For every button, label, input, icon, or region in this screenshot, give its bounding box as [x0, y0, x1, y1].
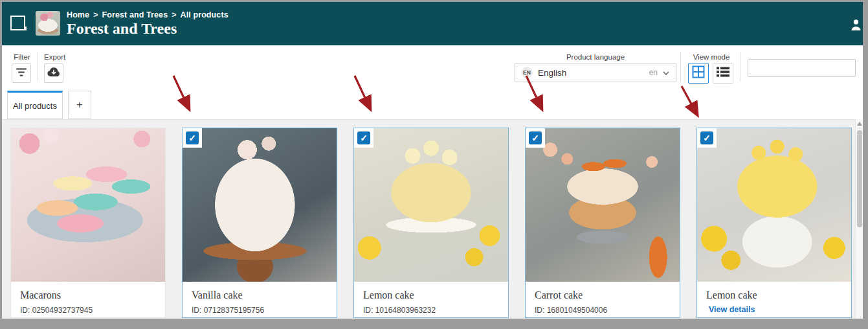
breadcrumb-separator: > — [172, 10, 176, 19]
search-input[interactable] — [748, 60, 863, 76]
checkbox-checked-icon[interactable]: ✓ — [186, 131, 199, 144]
breadcrumb-item-catalog[interactable]: Forest and Trees — [102, 10, 168, 19]
filter-button[interactable] — [12, 63, 31, 83]
chevron-down-icon — [662, 67, 670, 78]
product-image: ✓ — [697, 128, 851, 282]
view-mode-label: View mode — [688, 53, 735, 61]
cloud-download-icon — [47, 67, 61, 80]
checkbox-container[interactable]: ✓ — [697, 128, 717, 148]
view-details-link[interactable]: View details — [709, 305, 842, 314]
product-card-carrot-cake[interactable]: ✓ Carrot cake ID: 16801049504006 — [525, 128, 680, 318]
view-mode-group: View mode — [688, 53, 735, 84]
export-label: Export — [44, 53, 65, 61]
list-view-button[interactable] — [713, 63, 733, 84]
product-name: Macarons — [20, 289, 156, 301]
language-value: English — [538, 68, 649, 78]
toolbar-divider — [38, 52, 38, 82]
product-card-lemon-cake-2[interactable]: ✓ Lemon cake View details — [696, 128, 852, 318]
product-image: ✓ — [354, 128, 508, 282]
scroll-up-arrow-icon[interactable] — [857, 122, 862, 126]
breadcrumb-item-home[interactable]: Home — [67, 10, 89, 19]
breadcrumb: Home>Forest and Trees>All products — [67, 10, 228, 19]
product-image: ✓ — [526, 128, 680, 282]
list-view-icon — [717, 67, 729, 80]
toolbar: Filter Export Product language — [2, 45, 863, 91]
export-button[interactable] — [44, 63, 63, 83]
product-id: ID: 10164803963232 — [363, 306, 499, 315]
add-tab-button[interactable]: + — [68, 91, 91, 119]
product-card-vanilla-cake[interactable]: ✓ Vanilla cake ID: 07128375195756 — [182, 128, 337, 318]
vertical-scrollbar[interactable] — [855, 119, 863, 319]
checkbox-checked-icon[interactable]: ✓ — [529, 131, 542, 144]
toolbar-divider — [740, 52, 740, 82]
product-card-lemon-cake[interactable]: ✓ Lemon cake ID: 10164803963232 — [353, 128, 509, 318]
filter-group: Filter — [12, 53, 32, 83]
select-all-checkbox-icon[interactable] — [10, 16, 25, 30]
app-header: Home>Forest and Trees>All products Fores… — [2, 2, 863, 45]
product-language-label: Product language — [515, 53, 676, 61]
product-id: ID: 02504932737945 — [20, 306, 156, 315]
product-name: Carrot cake — [535, 289, 671, 301]
checkbox-container[interactable]: ✓ — [526, 128, 545, 148]
app-window: Home>Forest and Trees>All products Fores… — [2, 2, 863, 319]
checkbox-checked-icon[interactable]: ✓ — [700, 131, 713, 144]
search-box — [748, 59, 856, 77]
tab-strip: All products + — [2, 91, 863, 119]
product-id: ID: 16801049504006 — [535, 306, 671, 315]
user-icon[interactable] — [851, 19, 862, 34]
checkbox-container[interactable]: ✓ — [183, 128, 202, 148]
product-language-group: Product language EN English en — [515, 53, 676, 82]
filter-label: Filter — [12, 53, 32, 61]
language-badge: EN — [521, 67, 533, 78]
export-group: Export — [44, 53, 65, 83]
product-image — [11, 128, 165, 282]
product-name: Lemon cake — [706, 289, 842, 301]
breadcrumb-item-all-products[interactable]: All products — [181, 10, 228, 19]
checkbox-checked-icon[interactable]: ✓ — [357, 131, 370, 144]
toolbar-divider — [680, 52, 681, 82]
page-title: Forest and Trees — [67, 20, 177, 38]
language-code: en — [649, 68, 658, 77]
grid-view-button[interactable] — [688, 63, 709, 84]
product-image: ✓ — [183, 128, 337, 282]
product-name: Vanilla cake — [192, 289, 328, 301]
scrollbar-thumb[interactable] — [857, 130, 862, 227]
product-grid: Macarons ID: 02504932737945 ✓ Vanilla ca… — [2, 119, 863, 319]
checkbox-container[interactable]: ✓ — [354, 128, 373, 148]
tab-all-products[interactable]: All products — [7, 91, 63, 119]
product-card-macarons[interactable]: Macarons ID: 02504932737945 — [10, 128, 166, 318]
window-frame: Home>Forest and Trees>All products Fores… — [0, 0, 868, 329]
catalog-thumbnail-image — [36, 11, 60, 36]
breadcrumb-separator: > — [93, 10, 98, 19]
product-language-select[interactable]: EN English en — [515, 63, 676, 82]
product-name: Lemon cake — [363, 289, 499, 301]
product-id: ID: 07128375195756 — [192, 306, 328, 315]
filter-icon — [16, 67, 27, 80]
grid-view-icon — [692, 65, 705, 81]
